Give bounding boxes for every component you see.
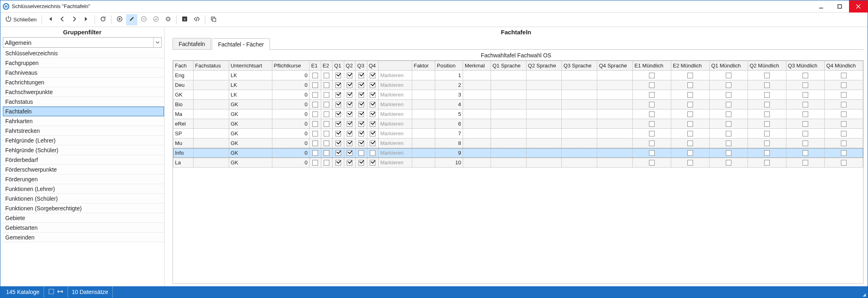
checkbox[interactable]	[358, 92, 364, 98]
cell[interactable]	[344, 139, 355, 148]
cell[interactable]	[526, 119, 562, 129]
checkbox[interactable]	[370, 121, 375, 127]
checkbox[interactable]	[803, 160, 808, 166]
checkbox[interactable]	[312, 141, 318, 146]
checkbox[interactable]	[649, 82, 655, 88]
table-row[interactable]: BioGK0Markieren4	[173, 100, 863, 109]
checkbox[interactable]	[764, 92, 770, 98]
cell[interactable]	[321, 109, 332, 119]
cell[interactable]	[310, 109, 321, 119]
column-header[interactable]: Q1 Mündlich	[709, 61, 748, 71]
checkbox[interactable]	[335, 160, 341, 166]
cell[interactable]	[367, 119, 378, 129]
cell[interactable]	[310, 148, 321, 158]
cell[interactable]	[633, 139, 671, 148]
checkbox[interactable]	[324, 73, 329, 78]
checkbox[interactable]	[687, 92, 693, 98]
column-header[interactable]: E2 Mündlich	[671, 61, 710, 71]
cell[interactable]	[344, 158, 355, 168]
column-header[interactable]: E2	[321, 61, 332, 71]
cell[interactable]: GK	[173, 90, 194, 100]
checkbox[interactable]	[726, 111, 731, 117]
mark-link[interactable]: Markieren	[380, 159, 404, 166]
cell[interactable]	[671, 158, 710, 168]
checkbox[interactable]	[841, 92, 847, 98]
cell[interactable]	[709, 139, 748, 148]
cell[interactable]	[597, 100, 633, 109]
cell[interactable]	[310, 139, 321, 148]
cell[interactable]	[321, 129, 332, 139]
cell[interactable]	[412, 119, 435, 129]
cell[interactable]	[597, 71, 633, 80]
checkbox[interactable]	[803, 150, 808, 156]
checkbox[interactable]	[347, 92, 352, 98]
cell[interactable]: 6	[435, 119, 463, 129]
cell[interactable]	[333, 80, 344, 90]
cell[interactable]	[412, 139, 435, 148]
checkbox[interactable]	[370, 160, 375, 166]
close-window-button[interactable]	[849, 0, 868, 13]
cell[interactable]	[463, 119, 491, 129]
cell[interactable]: Info	[173, 148, 194, 158]
cell[interactable]	[321, 71, 332, 80]
cell[interactable]	[412, 90, 435, 100]
cell[interactable]	[671, 71, 710, 80]
table-row[interactable]: SPGK0Markieren7	[173, 129, 863, 139]
cell[interactable]	[748, 100, 786, 109]
cell[interactable]	[709, 80, 748, 90]
table-row[interactable]: InfoGK0Markieren9	[173, 148, 863, 158]
cell[interactable]	[193, 100, 229, 109]
cell[interactable]	[356, 158, 367, 168]
cell[interactable]	[491, 80, 526, 90]
cell[interactable]	[526, 129, 562, 139]
cell[interactable]	[748, 80, 786, 90]
checkbox[interactable]	[347, 82, 352, 88]
cell[interactable]	[824, 119, 863, 129]
cell[interactable]: eRel	[173, 119, 194, 129]
catalog-list[interactable]: SchlüsselverzeichnisFachgruppenFachnivea…	[3, 48, 164, 286]
cell[interactable]	[491, 100, 526, 109]
checkbox[interactable]	[347, 160, 352, 166]
cell[interactable]	[333, 119, 344, 129]
column-header[interactable]: Q2 Mündlich	[748, 61, 786, 71]
checkbox[interactable]	[335, 141, 341, 146]
cell[interactable]	[344, 100, 355, 109]
accept-button[interactable]	[150, 14, 162, 25]
cell[interactable]	[526, 71, 562, 80]
cell[interactable]: GK	[229, 139, 272, 148]
checkbox[interactable]	[324, 150, 329, 156]
mark-link[interactable]: Markieren	[380, 140, 404, 146]
column-header[interactable]: Fach	[173, 61, 194, 71]
cell[interactable]	[367, 139, 378, 148]
cell[interactable]	[463, 80, 491, 90]
cell[interactable]	[356, 80, 367, 90]
cell[interactable]	[344, 129, 355, 139]
cell[interactable]	[367, 100, 378, 109]
next-record-button[interactable]	[69, 14, 80, 25]
table-row[interactable]: eRelGK0Markieren6	[173, 119, 863, 129]
checkbox[interactable]	[347, 73, 352, 78]
checkbox[interactable]	[687, 141, 693, 146]
cell[interactable]	[748, 129, 786, 139]
cell[interactable]	[709, 119, 748, 129]
cell[interactable]	[310, 90, 321, 100]
last-record-button[interactable]	[81, 14, 92, 25]
cell[interactable]	[748, 90, 786, 100]
catalog-list-item[interactable]: Fachtafeln	[3, 107, 164, 116]
cell[interactable]	[786, 90, 824, 100]
column-header[interactable]: Q4 Mündlich	[824, 61, 863, 71]
edit-button[interactable]	[126, 14, 137, 25]
cell[interactable]	[367, 71, 378, 80]
resize-grip-icon[interactable]: ◢	[863, 292, 866, 297]
mark-link[interactable]: Markieren	[380, 111, 404, 117]
cell[interactable]: Markieren	[378, 129, 412, 139]
cell[interactable]	[748, 109, 786, 119]
checkbox[interactable]	[347, 121, 352, 127]
catalog-list-item[interactable]: Fachniveaus	[3, 68, 164, 78]
cell[interactable]	[491, 139, 526, 148]
cell[interactable]	[344, 71, 355, 80]
cell[interactable]	[562, 148, 597, 158]
checkbox[interactable]	[803, 131, 808, 136]
cell[interactable]: 2	[435, 80, 463, 90]
cell[interactable]	[786, 71, 824, 80]
